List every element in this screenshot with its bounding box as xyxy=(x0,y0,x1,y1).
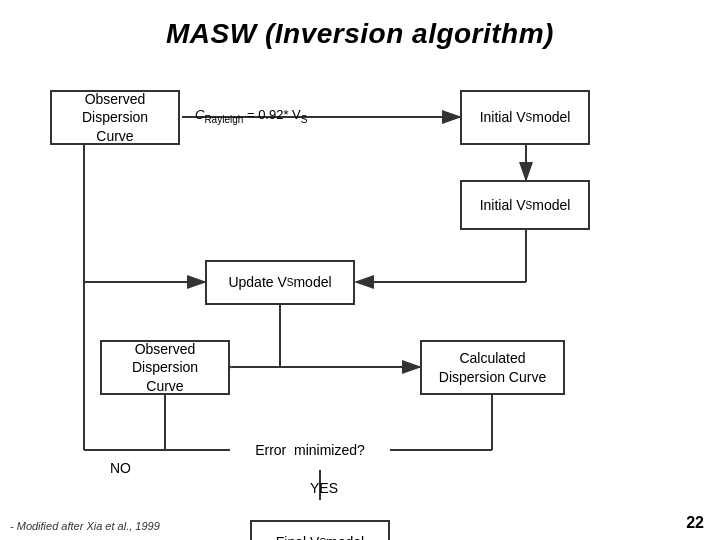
page-title: MASW (Inversion algorithm) xyxy=(0,0,720,60)
page-number: 22 xyxy=(686,514,704,532)
yes-label: YES xyxy=(310,480,338,496)
initial-vs-model-top: Initial VS model xyxy=(460,90,590,145)
initial-vs-model-2: Initial VS model xyxy=(460,180,590,230)
observed-dispersion-curve-top: ObservedDispersion Curve xyxy=(50,90,180,145)
formula-eq: = 0.92* V xyxy=(243,107,300,122)
formula-sub: Rayleigh xyxy=(204,114,243,125)
observed-dispersion-curve-bottom: ObservedDispersion Curve xyxy=(100,340,230,395)
final-vs-model: Final VS model xyxy=(250,520,390,540)
formula-c: C xyxy=(195,107,204,122)
rayleigh-formula: CRayleigh = 0.92* VS xyxy=(195,107,307,125)
error-minimized-label: Error minimized? xyxy=(230,430,390,470)
update-vs-model: Update VS model xyxy=(205,260,355,305)
no-label: NO xyxy=(110,460,131,476)
calculated-dispersion-curve: CalculatedDispersion Curve xyxy=(420,340,565,395)
formula-vsub: S xyxy=(301,114,308,125)
footer-note: - Modified after Xia et al., 1999 xyxy=(10,520,160,532)
